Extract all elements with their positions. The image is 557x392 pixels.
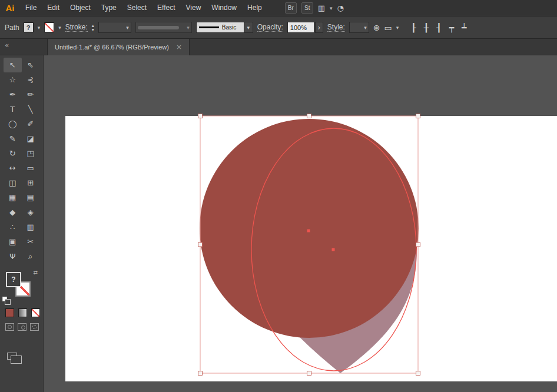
graphic-style-label[interactable]: Style:	[327, 23, 345, 32]
menu-item-file[interactable]: File	[20, 0, 42, 16]
none-button[interactable]	[31, 308, 40, 317]
menu-item-effect[interactable]: Effect	[152, 0, 180, 16]
align-vertical-bottom-icon[interactable]: ┷	[462, 23, 466, 32]
red-circle-shape[interactable]	[200, 119, 419, 338]
document-tab[interactable]: Untitled-1.ai* @ 66.67% (RGB/Preview) ×	[47, 39, 190, 55]
close-tab-icon[interactable]: ×	[176, 43, 182, 51]
column-graph-tool[interactable]: ▥	[22, 220, 40, 234]
opacity-label[interactable]: Opacity:	[257, 23, 283, 32]
handle-top-center[interactable]	[307, 114, 311, 118]
blend-tool[interactable]: ◈	[22, 205, 40, 220]
context-label: Path	[5, 24, 19, 32]
menu-item-window[interactable]: Window	[206, 0, 242, 16]
eraser-tool[interactable]: ◪	[22, 131, 40, 146]
opacity-input[interactable]	[287, 22, 314, 33]
align-horizontal-center-icon[interactable]: ╂	[424, 23, 429, 32]
transform-panel-icon[interactable]: ▭	[384, 23, 392, 32]
stroke-weight-select[interactable]: ▾	[98, 22, 131, 33]
tool-grid: ↖⇖☆⊰✒✏T╲◯✐✎◪↻◳↔▭◫⊞▦▤◆◈∴▥▣✂Ψ⌕	[0, 55, 43, 264]
align-icons-group: ┠╂┨┯┷	[411, 23, 466, 32]
handle-middle-right[interactable]	[416, 242, 420, 247]
handle-middle-left[interactable]	[198, 242, 203, 247]
fill-color-preview[interactable]: ?	[24, 22, 34, 32]
slice-tool[interactable]: ✂	[22, 234, 40, 249]
default-fill-stroke-icon[interactable]	[2, 297, 7, 301]
transform-chevron-down-icon[interactable]: ▾	[396, 25, 399, 31]
width-profile-preview	[138, 26, 179, 29]
variable-width-profile-select[interactable]: ▾	[135, 22, 192, 33]
stroke-weight-label[interactable]: Stroke:	[65, 23, 88, 32]
handle-bottom-left[interactable]	[198, 371, 203, 376]
pen-tool[interactable]: ✒	[4, 87, 22, 102]
gradient-tool[interactable]: ▤	[22, 190, 40, 205]
stroke-chevron-down-icon[interactable]: ▾	[58, 25, 61, 31]
align-horizontal-right-icon[interactable]: ┨	[436, 23, 441, 32]
menu-item-select[interactable]: Select	[122, 0, 152, 16]
curvature-tool[interactable]: ✏	[22, 87, 40, 102]
chevron-down-icon: ▾	[187, 25, 190, 31]
menu-item-edit[interactable]: Edit	[42, 0, 65, 16]
lasso-tool[interactable]: ⊰	[22, 72, 40, 87]
document-view	[44, 55, 557, 392]
artboard-tool[interactable]: ▣	[4, 234, 22, 249]
color-button[interactable]	[5, 308, 14, 317]
arrange-documents-icon[interactable]: ▥	[318, 4, 325, 12]
align-horizontal-left-icon[interactable]: ┠	[411, 23, 416, 32]
stock-button[interactable]: St	[301, 2, 313, 14]
app-logo[interactable]: Ai	[0, 3, 20, 13]
zoom-tool[interactable]: ⌕	[22, 249, 40, 264]
fill-chevron-down-icon[interactable]: ▾	[38, 25, 41, 31]
swap-fill-stroke-icon[interactable]: ⇄	[33, 270, 38, 275]
stroke-weight-stepper[interactable]: ▴ ▾	[92, 24, 94, 32]
menu-item-view[interactable]: View	[181, 0, 207, 16]
selection-tool[interactable]: ↖	[4, 58, 22, 72]
scale-tool[interactable]: ◳	[22, 146, 40, 161]
fill-swatch[interactable]: ?	[6, 272, 21, 287]
opacity-expand-icon[interactable]: ›	[315, 22, 323, 33]
mesh-tool[interactable]: ▦	[4, 190, 22, 205]
handle-top-right[interactable]	[416, 114, 420, 118]
handle-bottom-center[interactable]	[307, 371, 311, 376]
draw-normal-button[interactable]	[5, 323, 14, 331]
canvas-area[interactable]	[44, 55, 557, 392]
brush-definition-select[interactable]: Basic	[196, 22, 244, 33]
recolor-artwork-icon[interactable]: ⊛	[373, 23, 380, 32]
menu-item-help[interactable]: Help	[242, 0, 267, 16]
eyedropper-tool[interactable]: ◆	[4, 205, 22, 220]
hand-tool[interactable]: Ψ	[4, 249, 22, 264]
rotate-tool[interactable]: ↻	[4, 146, 22, 161]
ellipse-center-anchor[interactable]	[332, 248, 335, 251]
menubar-quick-actions: Br St ▥ ▾ ◔	[285, 2, 344, 14]
change-screen-mode-button[interactable]	[7, 353, 17, 360]
draw-inside-button[interactable]	[30, 323, 39, 331]
shape-builder-tool[interactable]: ◫	[4, 175, 22, 190]
align-vertical-top-icon[interactable]: ┯	[449, 23, 454, 32]
free-transform-tool[interactable]: ▭	[22, 161, 40, 175]
width-tool[interactable]: ↔	[4, 161, 22, 175]
shaper-tool[interactable]: ✎	[4, 131, 22, 146]
collapse-panel-icon[interactable]: «	[5, 41, 9, 49]
gpu-performance-icon[interactable]: ◔	[337, 4, 344, 12]
draw-behind-button[interactable]	[18, 323, 26, 331]
bridge-button[interactable]: Br	[285, 2, 297, 14]
magic-wand-tool[interactable]: ☆	[4, 72, 22, 87]
handle-bottom-right[interactable]	[416, 371, 420, 376]
direct-selection-tool[interactable]: ⇖	[22, 58, 40, 72]
stroke-color-preview[interactable]	[44, 22, 54, 32]
ellipse-tool[interactable]: ◯	[4, 117, 22, 131]
menu-item-object[interactable]: Object	[65, 0, 96, 16]
circle-center-anchor[interactable]	[307, 230, 310, 232]
control-bar: Path ? ▾ ▾ Stroke: ▴ ▾ ▾ ▾ Basic ▾ Opaci…	[0, 16, 557, 39]
paintbrush-tool[interactable]: ✐	[22, 117, 40, 131]
perspective-grid-tool[interactable]: ⊞	[22, 175, 40, 190]
chevron-down-icon[interactable]: ▾	[330, 5, 333, 11]
type-tool[interactable]: T	[4, 102, 22, 117]
handle-top-left[interactable]	[198, 114, 203, 118]
line-segment-tool[interactable]: ╲	[22, 102, 40, 117]
gradient-button[interactable]	[18, 308, 27, 317]
menu-item-type[interactable]: Type	[96, 0, 122, 16]
symbol-sprayer-tool[interactable]: ∴	[4, 220, 22, 234]
brush-chevron-down-icon[interactable]: ▾	[244, 22, 253, 33]
graphic-style-select[interactable]: ▾	[349, 22, 369, 33]
stepper-down-icon[interactable]: ▾	[92, 28, 94, 32]
